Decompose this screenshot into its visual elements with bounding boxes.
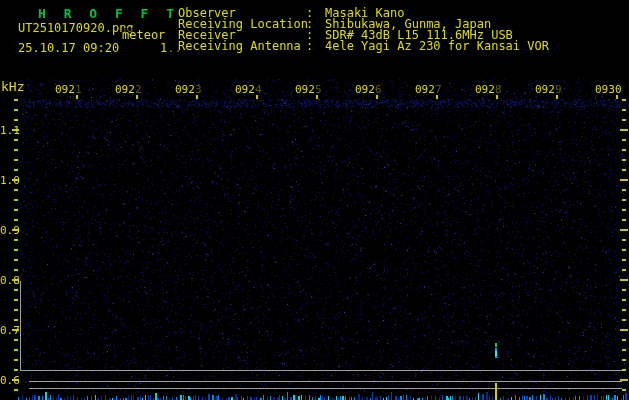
y-axis-unit: kHz xyxy=(1,79,24,94)
antenna-value: 4ele Yagi Az 230 for Kansai VOR xyxy=(325,39,549,53)
y-tick-label: 0.7 xyxy=(0,324,20,337)
y-tick-label: 0.8 xyxy=(0,274,20,287)
x-tick-label: 0929 xyxy=(535,83,562,96)
y-tick-label: 1.0 xyxy=(0,174,20,187)
x-tick-label: 0928 xyxy=(475,83,502,96)
x-tick-label: 0926 xyxy=(355,83,382,96)
y-tick-label: 1.1 xyxy=(0,124,20,137)
meta-row-antenna: Receiving Antenna : 4ele Yagi Az 230 for… xyxy=(178,39,221,109)
filename: UT2510170920.png xyxy=(18,21,134,35)
y-tick-label: 0.6 xyxy=(0,374,20,387)
spectrogram-canvas xyxy=(0,0,629,400)
antenna-separator: : xyxy=(306,39,313,53)
y-tick-label: 0.9 xyxy=(0,224,20,237)
app-title: H R O F F T xyxy=(38,6,179,21)
hrofft-screen: H R O F F T UT2510170920.png meteor 25.1… xyxy=(0,0,629,400)
x-tick-label: 0930 xyxy=(595,83,622,96)
mode-label: meteor xyxy=(122,28,165,42)
x-tick-label: 0925 xyxy=(295,83,322,96)
x-tick-label: 0922 xyxy=(115,83,142,96)
x-tick-label: 0924 xyxy=(235,83,262,96)
antenna-label: Receiving Antenna xyxy=(178,39,301,53)
x-tick-label: 0921 xyxy=(55,83,82,96)
timestamp: 25.10.17 09:20 xyxy=(18,41,119,55)
x-tick-label: 0927 xyxy=(415,83,442,96)
x-tick-label: 0923 xyxy=(175,83,202,96)
